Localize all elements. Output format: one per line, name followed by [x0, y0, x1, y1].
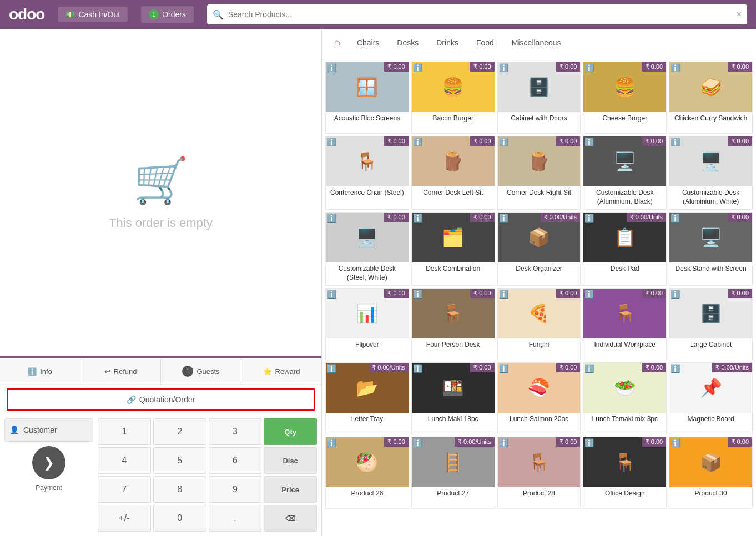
product-card[interactable]: ℹ️ ₹ 0.00 🗂️ Desk Combination — [411, 212, 495, 286]
product-card[interactable]: ℹ️ ₹ 0.00 🍔 Bacon Burger — [411, 62, 495, 134]
product-card[interactable]: ℹ️ ₹ 0.00 🥪 Chicken Curry Sandwich — [669, 62, 753, 134]
product-card[interactable]: ℹ️ ₹ 0.00 🍣 Lunch Salmon 20pc — [497, 362, 581, 434]
product-info-icon[interactable]: ℹ️ — [413, 214, 422, 223]
product-info-icon[interactable]: ℹ️ — [413, 438, 422, 447]
product-info-icon[interactable]: ℹ️ — [327, 364, 336, 373]
product-card[interactable]: ℹ️ ₹ 0.00 📦 Product 30 — [669, 437, 753, 509]
reward-icon: ⭐ — [263, 367, 272, 376]
numpad-3[interactable]: 3 — [209, 418, 262, 445]
product-info-icon[interactable]: ℹ️ — [327, 138, 336, 146]
product-card[interactable]: ℹ️ ₹ 0.00 🪵 Corner Desk Right Sit — [497, 136, 581, 210]
product-info-icon[interactable]: ℹ️ — [671, 438, 680, 447]
numpad-7[interactable]: 7 — [98, 476, 151, 503]
product-card[interactable]: ℹ️ ₹ 0.00 🥙 Product 26 — [325, 437, 409, 509]
product-card[interactable]: ℹ️ ₹ 0.00/Units 🪜 Product 27 — [411, 437, 495, 509]
product-info-icon[interactable]: ℹ️ — [413, 290, 422, 299]
guests-button[interactable]: 1 Guests — [161, 358, 241, 385]
product-card[interactable]: ℹ️ ₹ 0.00/Units 📦 Desk Organizer — [497, 212, 581, 286]
product-card[interactable]: ℹ️ ₹ 0.00 🪟 Acoustic Bloc Screens — [325, 62, 409, 134]
customer-button[interactable]: 👤 Customer — [4, 418, 93, 442]
category-tab-miscellaneous[interactable]: Miscellaneous — [503, 31, 570, 57]
category-tab-desks[interactable]: Desks — [388, 31, 427, 57]
product-info-icon[interactable]: ℹ️ — [413, 138, 422, 146]
category-tab-drinks[interactable]: Drinks — [427, 31, 467, 57]
numpad-8[interactable]: 8 — [153, 476, 206, 503]
search-input[interactable] — [228, 10, 732, 19]
product-info-icon[interactable]: ℹ️ — [327, 63, 336, 72]
product-info-icon[interactable]: ℹ️ — [671, 63, 680, 72]
product-card[interactable]: ℹ️ ₹ 0.00 🍕 Funghi — [497, 288, 581, 360]
numpad-area: 👤 Customer ❯ Payment 1 2 3 Qty 4 5 — [0, 414, 321, 536]
numpad-dot[interactable]: . — [209, 505, 262, 532]
payment-button[interactable]: ❯ — [32, 446, 65, 479]
product-info-icon[interactable]: ℹ️ — [584, 290, 594, 299]
product-info-icon[interactable]: ℹ️ — [584, 63, 594, 72]
product-info-icon[interactable]: ℹ️ — [671, 138, 680, 146]
product-card[interactable]: ℹ️ ₹ 0.00/Units 📌 Magnetic Board — [669, 362, 753, 434]
home-tab[interactable]: ⌂ — [326, 29, 348, 58]
price-button[interactable]: Price — [264, 476, 317, 503]
quotation-order-button[interactable]: 🔗 Quotation/Order — [7, 388, 315, 411]
category-tab-chairs[interactable]: Chairs — [348, 31, 388, 57]
product-card[interactable]: ℹ️ ₹ 0.00 🍔 Cheese Burger — [583, 62, 667, 134]
product-info-icon[interactable]: ℹ️ — [584, 138, 594, 146]
product-info-icon[interactable]: ℹ️ — [671, 214, 680, 223]
qty-button[interactable]: Qty — [264, 418, 317, 445]
product-card[interactable]: ℹ️ ₹ 0.00 🗄️ Cabinet with Doors — [497, 62, 581, 134]
product-card[interactable]: ℹ️ ₹ 0.00 🪑 Four Person Desk — [411, 288, 495, 360]
category-tab-food[interactable]: Food — [467, 31, 503, 57]
product-info-icon[interactable]: ℹ️ — [584, 214, 594, 223]
product-info-icon[interactable]: ℹ️ — [584, 364, 594, 373]
product-card[interactable]: ℹ️ ₹ 0.00 🪑 Individual Workplace — [583, 288, 667, 360]
product-info-icon[interactable]: ℹ️ — [327, 438, 336, 447]
product-info-icon[interactable]: ℹ️ — [499, 364, 508, 373]
orders-button[interactable]: 1 Orders — [141, 6, 194, 23]
product-info-icon[interactable]: ℹ️ — [413, 364, 422, 373]
numpad-0[interactable]: 0 — [153, 505, 206, 532]
product-info-icon[interactable]: ℹ️ — [499, 438, 508, 447]
product-card[interactable]: ℹ️ ₹ 0.00 📊 Flipover — [325, 288, 409, 360]
product-info-icon[interactable]: ℹ️ — [413, 63, 422, 72]
product-card[interactable]: ℹ️ ₹ 0.00 🖥️ Customizable Desk (Aluminiu… — [669, 136, 753, 210]
product-name: Cheese Burger — [583, 112, 666, 127]
product-price-badge: ₹ 0.00 — [470, 363, 494, 372]
numpad-backspace[interactable]: ⌫ — [264, 505, 317, 532]
product-info-icon[interactable]: ℹ️ — [327, 214, 336, 223]
product-card[interactable]: ℹ️ ₹ 0.00 🖥️ Customizable Desk (Aluminiu… — [583, 136, 667, 210]
numpad-2[interactable]: 2 — [153, 418, 206, 445]
product-card[interactable]: ℹ️ ₹ 0.00/Units 📋 Desk Pad — [583, 212, 667, 286]
numpad-6[interactable]: 6 — [209, 447, 262, 474]
product-card[interactable]: ℹ️ ₹ 0.00 🥗 Lunch Temaki mix 3pc — [583, 362, 667, 434]
product-info-icon[interactable]: ℹ️ — [499, 214, 508, 223]
product-card[interactable]: ℹ️ ₹ 0.00 🗄️ Large Cabinet — [669, 288, 753, 360]
numpad-1[interactable]: 1 — [98, 418, 151, 445]
numpad-plusminus[interactable]: +/- — [98, 505, 151, 532]
reward-button[interactable]: ⭐ Reward — [241, 358, 321, 385]
product-info-icon[interactable]: ℹ️ — [499, 63, 508, 72]
product-name: Corner Desk Left Sit — [412, 186, 495, 201]
product-name: Large Cabinet — [669, 338, 752, 353]
cash-in-out-button[interactable]: 💵 Cash In/Out — [58, 7, 128, 22]
numpad-4[interactable]: 4 — [98, 447, 151, 474]
product-info-icon[interactable]: ℹ️ — [671, 364, 680, 373]
numpad-5[interactable]: 5 — [153, 447, 206, 474]
product-info-icon[interactable]: ℹ️ — [671, 290, 680, 299]
product-card[interactable]: ℹ️ ₹ 0.00/Units 📂 Letter Tray — [325, 362, 409, 434]
product-card[interactable]: ℹ️ ₹ 0.00 🪑 Office Design — [583, 437, 667, 509]
product-info-icon[interactable]: ℹ️ — [327, 290, 336, 299]
product-info-icon[interactable]: ℹ️ — [499, 290, 508, 299]
product-info-icon[interactable]: ℹ️ — [584, 438, 594, 447]
product-card[interactable]: ℹ️ ₹ 0.00 🍱 Lunch Maki 18pc — [411, 362, 495, 434]
disc-button[interactable]: Disc — [264, 447, 317, 474]
product-info-icon[interactable]: ℹ️ — [499, 138, 508, 146]
clear-search-button[interactable]: × — [737, 9, 742, 19]
numpad-9[interactable]: 9 — [209, 476, 262, 503]
product-card[interactable]: ℹ️ ₹ 0.00 🖥️ Desk Stand with Screen — [669, 212, 753, 286]
product-card[interactable]: ℹ️ ₹ 0.00 🖥️ Customizable Desk (Steel, W… — [325, 212, 409, 286]
info-button[interactable]: ℹ️ Info — [0, 358, 80, 385]
product-name: Product 28 — [498, 487, 581, 502]
product-card[interactable]: ℹ️ ₹ 0.00 🪑 Conference Chair (Steel) — [325, 136, 409, 210]
product-card[interactable]: ℹ️ ₹ 0.00 🪑 Product 28 — [497, 437, 581, 509]
product-card[interactable]: ℹ️ ₹ 0.00 🪵 Corner Desk Left Sit — [411, 136, 495, 210]
refund-button[interactable]: ↩ Refund — [80, 358, 161, 385]
